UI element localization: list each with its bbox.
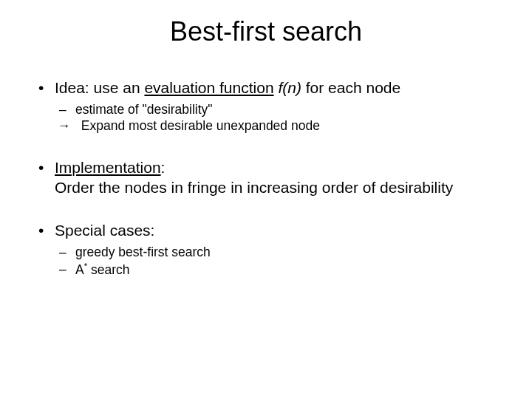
idea-sub-estimate: estimate of "desirability" <box>55 101 502 117</box>
bullet-list: Idea: use an evaluation function f(n) fo… <box>0 78 532 278</box>
astar-tail: search <box>87 262 129 277</box>
idea-tail: for each node <box>301 79 400 96</box>
impl-colon: : <box>161 159 166 176</box>
bullet-implementation: Implementation: Order the nodes in fring… <box>38 158 502 198</box>
impl-label: Implementation <box>55 159 161 176</box>
impl-text: Order the nodes in fringe in increasing … <box>55 178 502 198</box>
idea-sublist: estimate of "desirability" → Expand most… <box>55 101 502 134</box>
special-greedy: greedy best-first search <box>55 244 502 260</box>
idea-fn: f(n) <box>278 79 301 96</box>
idea-sub-expand: → Expand most desirable unexpanded node <box>55 117 502 134</box>
special-sublist: greedy best-first search A* search <box>55 244 502 278</box>
arrow-icon: → <box>55 117 75 134</box>
slide-title: Best-first search <box>0 16 532 47</box>
idea-eval-func: evaluation function <box>144 79 273 96</box>
special-astar: A* search <box>55 261 502 278</box>
bullet-special-cases: Special cases: greedy best-first search … <box>38 221 502 277</box>
astar-a: A <box>75 262 84 277</box>
bullet-idea: Idea: use an evaluation function f(n) fo… <box>38 78 502 134</box>
idea-lead: Idea: use an <box>55 79 144 96</box>
special-lead: Special cases: <box>55 222 154 239</box>
idea-sub-expand-text: Expand most desirable unexpanded node <box>78 118 320 133</box>
